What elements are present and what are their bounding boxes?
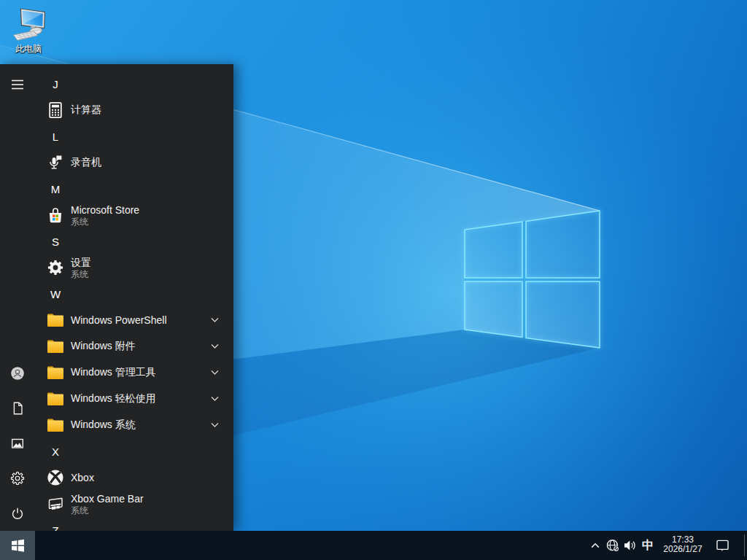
- action-center-button[interactable]: [709, 531, 735, 560]
- chevron-down-icon: [211, 370, 219, 376]
- folder-item-windows-admin-tools[interactable]: Windows 管理工具: [35, 359, 233, 386]
- app-title: Windows 系统: [71, 419, 136, 432]
- app-icon-column: [47, 416, 64, 434]
- power-icon: [9, 505, 26, 521]
- folder-icon: [47, 364, 64, 381]
- app-item-xbox[interactable]: Xbox: [35, 464, 233, 491]
- settings-button[interactable]: [0, 461, 35, 496]
- menu-expand-button[interactable]: [0, 67, 35, 102]
- app-title: 录音机: [71, 156, 101, 169]
- speaker-icon: [624, 540, 637, 551]
- app-icon-column: [47, 495, 64, 513]
- section-header-j[interactable]: J: [35, 71, 233, 97]
- taskbar: 中 17:33 2026/1/27: [0, 531, 747, 560]
- app-subtitle: 系统: [71, 505, 144, 516]
- folder-icon: [47, 311, 64, 329]
- document-icon: [9, 400, 26, 416]
- taskbar-clock[interactable]: 17:33 2026/1/27: [657, 530, 709, 559]
- section-letter: X: [47, 446, 64, 458]
- tray-date: 2026/1/27: [663, 545, 702, 555]
- screen: 此电脑: [0, 0, 747, 560]
- section-letter: S: [47, 236, 64, 248]
- settings-gear-icon: [47, 259, 64, 276]
- hidden-icons-button[interactable]: [587, 531, 604, 560]
- user-button[interactable]: [0, 356, 35, 391]
- power-button[interactable]: [0, 496, 35, 531]
- app-title: Windows PowerShell: [71, 314, 167, 326]
- xbox-icon: [47, 469, 64, 486]
- start-menu-rail: [0, 64, 35, 531]
- chevron-down-icon: [211, 317, 219, 323]
- globe-no-internet-icon: [606, 539, 619, 552]
- app-item-calculator[interactable]: 计算器: [35, 97, 233, 123]
- section-header-x[interactable]: X: [35, 438, 233, 464]
- section-letter: Z: [47, 524, 64, 532]
- app-item-settings[interactable]: 设置 系统: [35, 254, 233, 281]
- app-icon-column: [47, 364, 64, 381]
- user-icon: [9, 365, 26, 381]
- app-title: Windows 管理工具: [71, 366, 156, 379]
- ime-indicator[interactable]: 中: [639, 531, 657, 560]
- app-text-block: 设置 系统: [71, 257, 91, 279]
- start-menu-app-list: J 计算器 L: [35, 71, 233, 531]
- app-title: Microsoft Store: [71, 204, 139, 217]
- chevron-down-icon: [211, 422, 219, 428]
- this-pc-icon: [7, 6, 50, 44]
- app-icon-column: [47, 338, 64, 355]
- folder-icon: [47, 416, 64, 434]
- app-subtitle: 系统: [71, 217, 139, 227]
- section-header-z[interactable]: Z: [35, 517, 233, 531]
- folder-item-windows-accessories[interactable]: Windows 附件: [35, 333, 233, 359]
- section-letter: L: [47, 131, 64, 143]
- desktop-icon-this-pc[interactable]: 此电脑: [6, 6, 51, 54]
- app-icon-column: [47, 101, 64, 119]
- show-desktop-button[interactable]: [744, 534, 747, 556]
- calculator-icon: [47, 101, 64, 119]
- network-button[interactable]: [604, 531, 622, 560]
- app-icon-column: [47, 469, 64, 486]
- folder-icon: [47, 390, 64, 408]
- app-title: Windows 轻松使用: [71, 392, 156, 405]
- pictures-button[interactable]: [0, 426, 35, 461]
- folder-item-windows-powershell[interactable]: Windows PowerShell: [35, 307, 233, 333]
- section-letter: M: [47, 183, 64, 195]
- folder-icon: [47, 338, 64, 355]
- app-text-block: Xbox Game Bar 系统: [71, 493, 144, 516]
- chevron-up-icon: [591, 542, 600, 548]
- notification-bubble-icon: [716, 540, 729, 551]
- folder-item-windows-ease-of-access[interactable]: Windows 轻松使用: [35, 386, 233, 412]
- start-button[interactable]: [0, 531, 35, 560]
- microsoft-store-icon: [47, 206, 64, 224]
- pictures-icon: [9, 435, 26, 451]
- app-icon-column: [47, 390, 64, 408]
- section-header-s[interactable]: S: [35, 228, 233, 254]
- app-title: Xbox Game Bar: [71, 493, 144, 505]
- xbox-game-bar-icon: [47, 495, 64, 513]
- folder-item-windows-system[interactable]: Windows 系统: [35, 412, 233, 438]
- app-item-xbox-game-bar[interactable]: Xbox Game Bar 系统: [35, 491, 233, 517]
- system-tray: 中 17:33 2026/1/27: [587, 531, 747, 560]
- app-item-microsoft-store[interactable]: Microsoft Store 系统: [35, 202, 233, 228]
- volume-button[interactable]: [622, 531, 639, 560]
- app-text-block: Microsoft Store 系统: [71, 204, 139, 227]
- documents-button[interactable]: [0, 391, 35, 426]
- app-title: 设置: [71, 257, 91, 269]
- section-header-l[interactable]: L: [35, 123, 233, 149]
- voice-recorder-icon: [47, 154, 64, 171]
- app-icon-column: [47, 154, 64, 171]
- app-icon-column: [47, 206, 64, 224]
- section-header-m[interactable]: M: [35, 176, 233, 202]
- app-subtitle: 系统: [71, 269, 91, 279]
- app-item-voice-recorder[interactable]: 录音机: [35, 149, 233, 176]
- taskbar-empty-area: [35, 531, 587, 560]
- app-title: Xbox: [71, 472, 94, 483]
- section-header-w[interactable]: W: [35, 281, 233, 307]
- chevron-down-icon: [211, 343, 219, 349]
- desktop-icon-label: 此电脑: [6, 44, 51, 54]
- gear-icon: [9, 470, 26, 486]
- section-letter: J: [47, 78, 64, 90]
- app-icon-column: [47, 311, 64, 329]
- app-title: Windows 附件: [71, 340, 136, 353]
- hamburger-icon: [11, 79, 24, 90]
- app-title: 计算器: [71, 104, 101, 117]
